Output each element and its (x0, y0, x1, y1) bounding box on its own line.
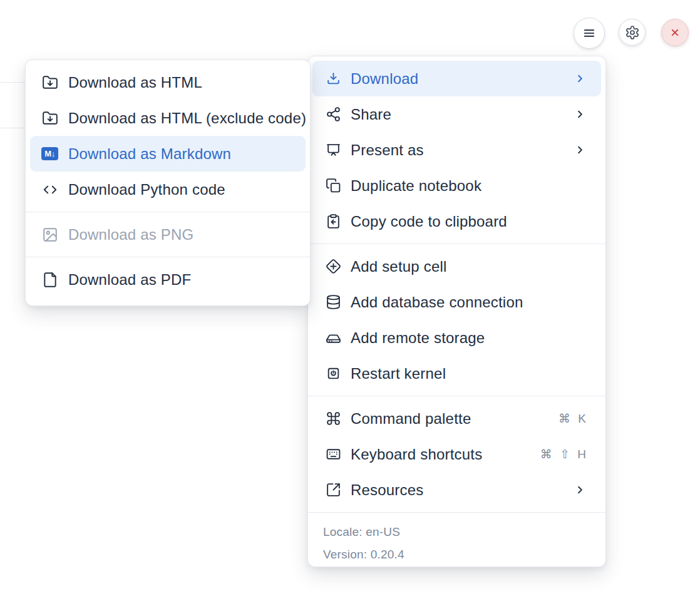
menu-item-download-as-pdf[interactable]: Download as PDF (26, 262, 310, 297)
keyboard-shortcut-hint: ⌘ ⇧ H (540, 447, 586, 461)
menu-item-label: Download as Markdown (68, 145, 301, 163)
markdown-icon: M↓ (41, 147, 58, 160)
menu-item-download-as-markdown[interactable]: M↓ Download as Markdown (30, 136, 306, 172)
image-icon (41, 227, 58, 243)
notebook-menu-button[interactable] (574, 18, 605, 49)
menu-divider (308, 396, 605, 396)
menu-divider (308, 244, 605, 244)
menu-item-label: Add database connection (351, 294, 586, 311)
background-cell-border (0, 82, 26, 83)
menu-item-label: Download as HTML (exclude code) (68, 110, 306, 127)
notebook-actions-menu: Download Share Present as (307, 56, 606, 567)
menu-item-add-database-connection[interactable]: Add database connection (308, 284, 605, 320)
menu-item-label: Present as (351, 141, 565, 159)
code-icon (41, 182, 58, 198)
menu-item-label: Share (351, 106, 565, 123)
version-text: Version: 0.20.4 (323, 548, 590, 562)
menu-item-download-as-png[interactable]: Download as PNG (26, 217, 310, 252)
menu-item-label: Add remote storage (351, 329, 586, 347)
menu-item-copy-code[interactable]: Copy code to clipboard (308, 203, 605, 239)
markdown-badge: M↓ (41, 147, 58, 160)
settings-button[interactable] (619, 19, 646, 46)
chevron-right-icon (574, 73, 586, 85)
background-cell-border (0, 128, 26, 128)
menu-item-label: Restart kernel (351, 365, 586, 382)
menu-item-share[interactable]: Share (308, 96, 605, 132)
locale-text: Locale: en-US (323, 525, 590, 539)
menu-item-label: Command palette (351, 410, 550, 428)
chevron-right-icon (574, 108, 586, 120)
menu-item-download[interactable]: Download (312, 61, 601, 96)
folder-down-icon (41, 110, 58, 126)
keyboard-icon (325, 446, 342, 462)
clipboard-copy-icon (325, 213, 342, 229)
chevron-right-icon (574, 144, 586, 156)
menu-item-label: Download as PNG (68, 226, 301, 244)
menu-item-label: Copy code to clipboard (351, 213, 586, 230)
folder-down-icon (41, 74, 58, 91)
shutdown-button[interactable] (661, 19, 689, 46)
keyboard-shortcut-hint: ⌘ K (558, 411, 586, 426)
app-background: Download Share Present as (0, 0, 700, 616)
menu-item-label: Download (351, 70, 565, 88)
menu-item-download-as-html-exclude-code[interactable]: Download as HTML (exclude code) (26, 100, 310, 136)
presentation-icon (325, 142, 342, 158)
duplicate-icon (325, 178, 342, 193)
menu-item-label: Duplicate notebook (351, 177, 586, 195)
command-icon (325, 411, 342, 426)
close-icon (668, 26, 682, 39)
menu-item-add-setup-cell[interactable]: Add setup cell (308, 249, 605, 284)
menu-divider (26, 212, 310, 212)
menu-item-label: Download Python code (68, 181, 301, 198)
download-submenu: Download as HTML Download as HTML (exclu… (25, 59, 311, 306)
menu-item-resources[interactable]: Resources (308, 472, 605, 508)
chevron-right-icon (574, 484, 586, 496)
file-icon (41, 272, 58, 288)
menu-item-label: Keyboard shortcuts (351, 446, 532, 463)
hamburger-icon (581, 25, 597, 41)
menu-item-label: Add setup cell (351, 258, 586, 275)
menu-divider (26, 257, 310, 257)
menu-item-duplicate-notebook[interactable]: Duplicate notebook (308, 168, 605, 203)
gear-icon (625, 25, 640, 40)
power-square-icon (325, 366, 342, 381)
menu-item-restart-kernel[interactable]: Restart kernel (308, 356, 605, 391)
menu-item-label: Download as PDF (68, 271, 301, 289)
menu-item-label: Resources (351, 481, 565, 499)
hard-drive-icon (325, 330, 342, 346)
menu-item-present-as[interactable]: Present as (308, 132, 605, 168)
menu-divider (308, 512, 605, 513)
diamond-plus-icon (325, 259, 342, 274)
menu-item-keyboard-shortcuts[interactable]: Keyboard shortcuts ⌘ ⇧ H (308, 436, 605, 472)
menu-item-label: Download as HTML (68, 74, 301, 91)
menu-item-download-as-html[interactable]: Download as HTML (26, 64, 310, 100)
download-icon (325, 71, 342, 86)
menu-footer: Locale: en-US Version: 0.20.4 (308, 517, 605, 565)
menu-item-download-python-code[interactable]: Download Python code (26, 172, 310, 207)
menu-item-command-palette[interactable]: Command palette ⌘ K (308, 401, 605, 436)
menu-item-add-remote-storage[interactable]: Add remote storage (308, 320, 605, 356)
external-link-icon (325, 482, 342, 498)
share-icon (325, 106, 342, 122)
database-icon (325, 294, 342, 310)
